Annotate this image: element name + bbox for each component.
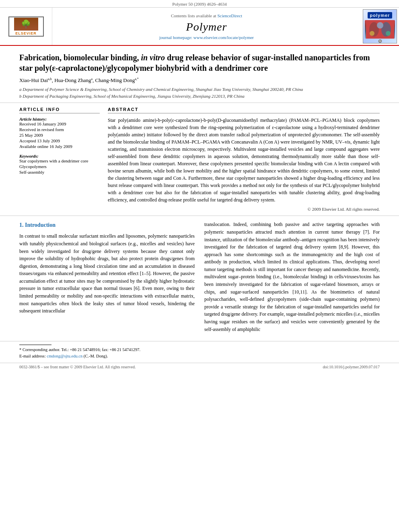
- contents-available: Contents lists available at ScienceDirec…: [171, 13, 242, 18]
- journal-title-section: Contents lists available at ScienceDirec…: [52, 8, 361, 45]
- keyword-1: Star copolymers with a dendrimer core: [19, 158, 100, 163]
- author3-name: , Chang-Ming Dong: [93, 77, 135, 83]
- article-info-heading: ARTICLE INFO: [19, 107, 100, 113]
- polymer-badge-section: polymer 🔘: [361, 8, 399, 45]
- copyright: © 2009 Elsevier Ltd. All rights reserved…: [108, 207, 380, 212]
- polymer-badge: polymer 🔘: [363, 9, 397, 43]
- body-section: 1. Introduction In contrast to small mol…: [0, 216, 399, 337]
- svg-point-3: [377, 22, 383, 29]
- author2-name: , Hua-Dong Zhang: [52, 77, 91, 83]
- keyword-3: Self-assembly: [19, 170, 100, 175]
- article-info-col: ARTICLE INFO Article history: Received 1…: [19, 107, 100, 212]
- elsevier-text: ELSEVIER: [15, 31, 37, 35]
- sciencedirect-link[interactable]: ScienceDirect: [217, 13, 242, 18]
- footnote-corresponding: * Corresponding author. Tel.: +86 21 547…: [19, 347, 380, 353]
- keywords-section: Keywords: Star copolymers with a dendrim…: [19, 154, 100, 175]
- history-label: Article history:: [19, 117, 100, 121]
- issn-line: 0032-3861/$ – see front matter © 2009 El…: [19, 365, 136, 369]
- affiliations: a Department of Polymer Science & Engine…: [19, 86, 380, 99]
- author1-name: Xiao-Hui Dai: [19, 77, 48, 83]
- section1-title: 1. Introduction: [19, 221, 195, 229]
- polymer-badge-image: [365, 20, 395, 39]
- body-col-right: translocation. Indeed, combining both pa…: [204, 221, 380, 333]
- keyword-2: Glycopolymers: [19, 164, 100, 169]
- author1-sup: a,b: [48, 77, 52, 81]
- email-link[interactable]: cmdong@sjtu.edu.cn: [47, 354, 82, 358]
- page: Polymer 50 (2009) 4626–4634 ELSEVIER Con…: [0, 0, 399, 532]
- svg-point-4: [370, 31, 374, 36]
- received-date: Received 16 January 2009: [19, 121, 100, 126]
- affil-b: b Department of Packaging Engineering, S…: [19, 93, 380, 100]
- keywords-heading: Keywords:: [19, 154, 100, 158]
- bottom-bar: 0032-3861/$ – see front matter © 2009 El…: [0, 363, 399, 371]
- title-italic: in vitro: [141, 53, 165, 62]
- polymer-badge-text: polymer: [368, 12, 393, 18]
- doi-line: doi:10.1016/j.polymer.2009.07.017: [323, 365, 380, 369]
- revised-date: 25 May 2009: [19, 133, 100, 138]
- journal-header: ELSEVIER Contents lists available at Sci…: [0, 8, 399, 46]
- elsevier-logo: ELSEVIER: [8, 16, 44, 37]
- revised-label: Received in revised form: [19, 127, 100, 132]
- journal-homepage: journal homepage: www.elsevier.com/locat…: [159, 35, 254, 40]
- footnote-email: E-mail address: cmdong@sjtu.edu.cn (C.-M…: [19, 353, 380, 359]
- footer-area: * Corresponding author. Tel.: +86 21 547…: [0, 341, 399, 361]
- accepted-date: Accepted 13 July 2009: [19, 138, 100, 143]
- abstract-text: Star poly(amido amine)-b-poly(ε-caprolac…: [108, 117, 380, 203]
- available-date: Available online 16 July 2009: [19, 144, 100, 149]
- polymer-badge-bottom: 🔘: [378, 39, 382, 43]
- email-label: E-mail address:: [19, 354, 47, 358]
- elsevier-logo-section: ELSEVIER: [0, 8, 52, 45]
- journal-ref-bar: Polymer 50 (2009) 4626–4634: [0, 0, 399, 8]
- article-title-section: Fabrication, biomolecular binding, in vi…: [0, 46, 399, 103]
- authors-line: Xiao-Hui Daia,b, Hua-Dong Zhanga, Chang-…: [19, 77, 380, 84]
- journal-ref: Polymer 50 (2009) 4626–4634: [172, 2, 226, 6]
- abstract-heading: ABSTRACT: [108, 107, 380, 113]
- abstract-col: ABSTRACT Star poly(amido amine)-b-poly(ε…: [108, 107, 380, 212]
- body-text-col1: In contrast to small molecular surfactan…: [19, 232, 195, 315]
- body-col-left: 1. Introduction In contrast to small mol…: [19, 221, 195, 333]
- email-suffix: (C.-M. Dong).: [82, 354, 108, 358]
- journal-main-title: Polymer: [186, 21, 227, 33]
- affil-a: a Department of Polymer Science & Engine…: [19, 86, 380, 93]
- body-two-col: 1. Introduction In contrast to small mol…: [19, 221, 380, 333]
- elsevier-tree-image: [14, 18, 38, 31]
- polymer-badge-svg: [366, 20, 394, 39]
- article-info-abstract: ARTICLE INFO Article history: Received 1…: [0, 103, 399, 216]
- body-text-col2: translocation. Indeed, combining both pa…: [204, 221, 380, 333]
- article-title: Fabrication, biomolecular binding, in vi…: [19, 52, 380, 73]
- journal-url[interactable]: journal homepage: www.elsevier.com/locat…: [159, 35, 254, 40]
- author3-sup: a,*: [135, 77, 139, 81]
- title-part1: Fabrication, biomolecular binding,: [19, 53, 141, 62]
- footnote-divider: [19, 345, 51, 345]
- svg-point-5: [386, 31, 391, 36]
